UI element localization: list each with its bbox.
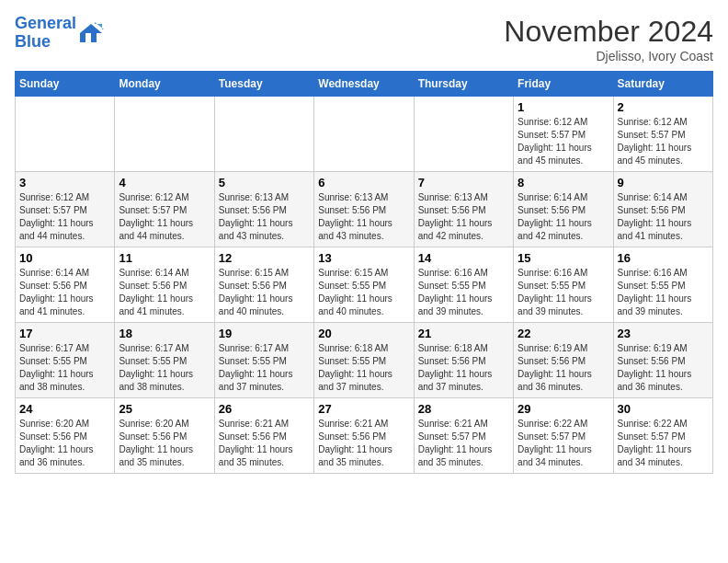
day-number: 7 [418, 176, 509, 190]
day-info: Sunrise: 6:17 AM Sunset: 5:55 PM Dayligh… [19, 342, 110, 394]
calendar-day-cell: 5Sunrise: 6:13 AM Sunset: 5:56 PM Daylig… [214, 172, 313, 247]
calendar-day-cell [414, 97, 513, 172]
day-info: Sunrise: 6:12 AM Sunset: 5:57 PM Dayligh… [518, 116, 609, 167]
calendar-day-cell: 16Sunrise: 6:16 AM Sunset: 5:55 PM Dayli… [613, 247, 712, 323]
day-info: Sunrise: 6:22 AM Sunset: 5:57 PM Dayligh… [518, 418, 609, 469]
day-number: 19 [219, 327, 310, 340]
day-info: Sunrise: 6:18 AM Sunset: 5:56 PM Dayligh… [418, 342, 509, 394]
day-number: 17 [19, 327, 110, 340]
day-info: Sunrise: 6:17 AM Sunset: 5:55 PM Dayligh… [119, 342, 210, 394]
calendar-day-cell: 1Sunrise: 6:12 AM Sunset: 5:57 PM Daylig… [514, 97, 613, 172]
day-info: Sunrise: 6:21 AM Sunset: 5:56 PM Dayligh… [318, 418, 409, 469]
calendar-day-cell: 29Sunrise: 6:22 AM Sunset: 5:57 PM Dayli… [514, 398, 613, 474]
day-info: Sunrise: 6:20 AM Sunset: 5:56 PM Dayligh… [19, 418, 110, 469]
calendar-header-cell: Friday [514, 72, 613, 97]
day-info: Sunrise: 6:14 AM Sunset: 5:56 PM Dayligh… [19, 267, 110, 318]
day-number: 3 [19, 176, 110, 190]
day-info: Sunrise: 6:12 AM Sunset: 5:57 PM Dayligh… [119, 191, 210, 243]
calendar-day-cell: 12Sunrise: 6:15 AM Sunset: 5:56 PM Dayli… [214, 247, 313, 323]
calendar-header: SundayMondayTuesdayWednesdayThursdayFrid… [16, 72, 713, 97]
calendar-header-cell: Thursday [414, 72, 513, 97]
day-number: 14 [418, 251, 509, 265]
calendar-day-cell [314, 97, 414, 172]
day-number: 29 [518, 402, 609, 416]
day-info: Sunrise: 6:17 AM Sunset: 5:55 PM Dayligh… [219, 342, 310, 394]
day-number: 30 [618, 402, 709, 416]
day-info: Sunrise: 6:18 AM Sunset: 5:55 PM Dayligh… [318, 342, 409, 394]
day-number: 12 [219, 251, 310, 265]
calendar-day-cell: 27Sunrise: 6:21 AM Sunset: 5:56 PM Dayli… [314, 398, 414, 474]
day-number: 25 [119, 402, 210, 416]
calendar-day-cell: 8Sunrise: 6:14 AM Sunset: 5:56 PM Daylig… [514, 172, 613, 247]
calendar-week-row: 17Sunrise: 6:17 AM Sunset: 5:55 PM Dayli… [16, 323, 713, 398]
day-info: Sunrise: 6:16 AM Sunset: 5:55 PM Dayligh… [418, 267, 509, 318]
day-number: 28 [418, 402, 509, 416]
calendar-header-cell: Tuesday [214, 72, 313, 97]
day-number: 15 [518, 251, 609, 265]
location-subtitle: Djelisso, Ivory Coast [504, 49, 713, 63]
day-info: Sunrise: 6:21 AM Sunset: 5:57 PM Dayligh… [418, 418, 509, 469]
day-number: 26 [219, 402, 310, 416]
day-info: Sunrise: 6:21 AM Sunset: 5:56 PM Dayligh… [219, 418, 310, 469]
day-info: Sunrise: 6:15 AM Sunset: 5:55 PM Dayligh… [318, 267, 409, 318]
logo-text: GeneralBlue [15, 15, 76, 52]
calendar-day-cell: 19Sunrise: 6:17 AM Sunset: 5:55 PM Dayli… [214, 323, 313, 398]
calendar-day-cell [115, 97, 214, 172]
calendar-day-cell: 15Sunrise: 6:16 AM Sunset: 5:55 PM Dayli… [514, 247, 613, 323]
calendar-day-cell: 28Sunrise: 6:21 AM Sunset: 5:57 PM Dayli… [414, 398, 513, 474]
day-number: 10 [19, 251, 110, 265]
day-info: Sunrise: 6:13 AM Sunset: 5:56 PM Dayligh… [418, 191, 509, 243]
calendar-day-cell: 18Sunrise: 6:17 AM Sunset: 5:55 PM Dayli… [115, 323, 214, 398]
calendar-day-cell [16, 97, 115, 172]
day-info: Sunrise: 6:14 AM Sunset: 5:56 PM Dayligh… [618, 191, 709, 243]
day-info: Sunrise: 6:13 AM Sunset: 5:56 PM Dayligh… [219, 191, 310, 243]
calendar-day-cell: 23Sunrise: 6:19 AM Sunset: 5:56 PM Dayli… [613, 323, 712, 398]
calendar-day-cell: 9Sunrise: 6:14 AM Sunset: 5:56 PM Daylig… [613, 172, 712, 247]
calendar-header-row: SundayMondayTuesdayWednesdayThursdayFrid… [16, 72, 713, 97]
day-info: Sunrise: 6:13 AM Sunset: 5:56 PM Dayligh… [318, 191, 409, 243]
calendar-header-cell: Wednesday [314, 72, 414, 97]
calendar-day-cell: 22Sunrise: 6:19 AM Sunset: 5:56 PM Dayli… [514, 323, 613, 398]
logo: GeneralBlue [15, 15, 104, 52]
day-info: Sunrise: 6:14 AM Sunset: 5:56 PM Dayligh… [518, 191, 609, 243]
calendar-week-row: 1Sunrise: 6:12 AM Sunset: 5:57 PM Daylig… [16, 97, 713, 172]
logo-icon [78, 20, 104, 46]
day-number: 1 [518, 100, 609, 114]
title-block: November 2024 Djelisso, Ivory Coast [504, 15, 713, 63]
day-info: Sunrise: 6:16 AM Sunset: 5:55 PM Dayligh… [618, 267, 709, 318]
calendar-body: 1Sunrise: 6:12 AM Sunset: 5:57 PM Daylig… [16, 97, 713, 474]
day-number: 16 [618, 251, 709, 265]
calendar-day-cell: 4Sunrise: 6:12 AM Sunset: 5:57 PM Daylig… [115, 172, 214, 247]
day-info: Sunrise: 6:15 AM Sunset: 5:56 PM Dayligh… [219, 267, 310, 318]
day-number: 18 [119, 327, 210, 340]
day-number: 4 [119, 176, 210, 190]
calendar-day-cell: 21Sunrise: 6:18 AM Sunset: 5:56 PM Dayli… [414, 323, 513, 398]
day-number: 22 [518, 327, 609, 340]
day-number: 23 [618, 327, 709, 340]
calendar-day-cell: 25Sunrise: 6:20 AM Sunset: 5:56 PM Dayli… [115, 398, 214, 474]
calendar-week-row: 3Sunrise: 6:12 AM Sunset: 5:57 PM Daylig… [16, 172, 713, 247]
calendar-day-cell: 26Sunrise: 6:21 AM Sunset: 5:56 PM Dayli… [214, 398, 313, 474]
calendar-header-cell: Sunday [16, 72, 115, 97]
day-info: Sunrise: 6:19 AM Sunset: 5:56 PM Dayligh… [618, 342, 709, 394]
calendar-header-cell: Monday [115, 72, 214, 97]
day-info: Sunrise: 6:16 AM Sunset: 5:55 PM Dayligh… [518, 267, 609, 318]
day-number: 21 [418, 327, 509, 340]
calendar-day-cell: 20Sunrise: 6:18 AM Sunset: 5:55 PM Dayli… [314, 323, 414, 398]
day-info: Sunrise: 6:19 AM Sunset: 5:56 PM Dayligh… [518, 342, 609, 394]
calendar-day-cell: 2Sunrise: 6:12 AM Sunset: 5:57 PM Daylig… [613, 97, 712, 172]
calendar-day-cell: 24Sunrise: 6:20 AM Sunset: 5:56 PM Dayli… [16, 398, 115, 474]
calendar-day-cell: 3Sunrise: 6:12 AM Sunset: 5:57 PM Daylig… [16, 172, 115, 247]
day-number: 24 [19, 402, 110, 416]
calendar-day-cell: 11Sunrise: 6:14 AM Sunset: 5:56 PM Dayli… [115, 247, 214, 323]
calendar-day-cell: 17Sunrise: 6:17 AM Sunset: 5:55 PM Dayli… [16, 323, 115, 398]
day-number: 20 [318, 327, 409, 340]
calendar-day-cell: 6Sunrise: 6:13 AM Sunset: 5:56 PM Daylig… [314, 172, 414, 247]
day-info: Sunrise: 6:14 AM Sunset: 5:56 PM Dayligh… [119, 267, 210, 318]
calendar-day-cell [214, 97, 313, 172]
day-number: 8 [518, 176, 609, 190]
calendar-day-cell: 7Sunrise: 6:13 AM Sunset: 5:56 PM Daylig… [414, 172, 513, 247]
calendar-header-cell: Saturday [613, 72, 712, 97]
page-header: GeneralBlue November 2024 Djelisso, Ivor… [15, 15, 713, 63]
calendar-day-cell: 10Sunrise: 6:14 AM Sunset: 5:56 PM Dayli… [16, 247, 115, 323]
